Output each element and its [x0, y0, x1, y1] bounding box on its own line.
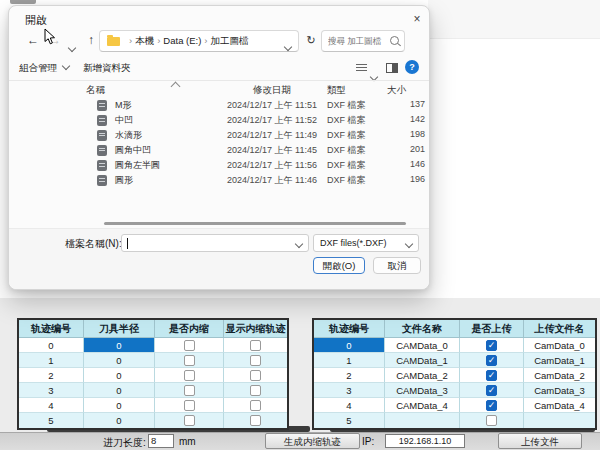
organize-menu[interactable]: 組合管理 [19, 60, 69, 76]
column-header-track-id[interactable]: 轨迹编号 [19, 320, 84, 338]
show-track-checkbox[interactable] [250, 355, 261, 366]
cell-upload-name[interactable] [524, 413, 595, 428]
view-mode-icon[interactable] [356, 64, 367, 73]
cell-file-name[interactable]: CAMData_3 [385, 383, 460, 398]
cell-file-name[interactable]: CAMData_0 [385, 338, 460, 353]
table-row: 2 0 [19, 368, 287, 383]
breadcrumb-chevron-icon[interactable] [285, 37, 291, 57]
show-track-checkbox[interactable] [250, 340, 261, 351]
cell-track-id[interactable]: 1 [19, 353, 84, 368]
cell-tool-radius[interactable]: 0 [84, 368, 155, 383]
shrink-checkbox[interactable] [184, 340, 195, 351]
cell-upload-name[interactable]: CamData_4 [524, 398, 595, 413]
breadcrumb-item-folder[interactable]: 加工圖檔 [211, 35, 249, 46]
cell-file-name[interactable]: CAMData_2 [385, 368, 460, 383]
breadcrumb-item-drive[interactable]: Data (E:) [163, 35, 201, 46]
file-row[interactable]: 圓形 2024/12/17 上午 11:46 DXF 檔案 196 [69, 173, 425, 188]
cell-track-id[interactable]: 2 [314, 368, 385, 383]
upload-checkbox[interactable] [486, 385, 497, 396]
cell-track-id[interactable]: 3 [19, 383, 84, 398]
breadcrumb-item-this-pc[interactable]: 本機 [135, 35, 154, 46]
file-size: 201 [385, 144, 425, 154]
file-row[interactable]: 圓角左半圓 2024/12/17 上午 11:56 DXF 檔案 146 [69, 158, 425, 173]
cell-shrink [155, 398, 224, 413]
search-input[interactable] [326, 33, 388, 49]
shrink-checkbox[interactable] [184, 400, 195, 411]
show-track-checkbox[interactable] [250, 415, 261, 426]
upload-checkbox[interactable] [486, 370, 497, 381]
cell-track-id[interactable]: 0 [314, 338, 385, 353]
close-icon[interactable]: × [407, 10, 427, 28]
breadcrumb-separator: › [154, 35, 163, 46]
feed-length-input[interactable]: 8 [148, 434, 174, 448]
horizontal-scrollbar[interactable] [104, 222, 406, 225]
generate-track-button[interactable]: 生成内缩轨迹 [265, 433, 360, 449]
cell-file-name[interactable]: CAMData_4 [385, 398, 460, 413]
file-row[interactable]: 水滴形 2024/12/17 上午 11:49 DXF 檔案 198 [69, 128, 425, 143]
shrink-checkbox[interactable] [184, 355, 195, 366]
breadcrumb[interactable]: ›本機›Data (E:)›加工圖檔 [99, 30, 299, 52]
up-button[interactable]: ↑ [83, 32, 99, 48]
shrink-checkbox[interactable] [184, 370, 195, 381]
cell-track-id[interactable]: 5 [19, 413, 84, 428]
refresh-icon[interactable]: ↻ [303, 32, 319, 48]
column-header-date[interactable]: 修改日期 [253, 84, 291, 97]
cancel-button[interactable]: 取消 [373, 257, 421, 274]
text-caret [127, 238, 128, 249]
show-track-checkbox[interactable] [250, 370, 261, 381]
recent-locations-chevron-icon[interactable] [69, 37, 75, 55]
cell-track-id[interactable]: 4 [314, 398, 385, 413]
preview-pane-icon[interactable] [386, 63, 398, 73]
shrink-checkbox[interactable] [184, 385, 195, 396]
column-header-file-name[interactable]: 文件名称 [385, 320, 460, 338]
cell-upload-name[interactable]: CamData_0 [524, 338, 595, 353]
cell-tool-radius[interactable]: 0 [84, 383, 155, 398]
shrink-checkbox[interactable] [184, 415, 195, 426]
cell-tool-radius[interactable]: 0 [84, 413, 155, 428]
column-header-name[interactable]: 名稱 [86, 84, 105, 97]
column-header-type[interactable]: 類型 [327, 84, 346, 97]
show-track-checkbox[interactable] [250, 400, 261, 411]
ip-input[interactable]: 192.168.1.10 [385, 434, 465, 448]
file-row[interactable]: M形 2024/12/17 上午 11:51 DXF 檔案 137 [69, 98, 425, 113]
back-button[interactable]: ← [25, 32, 41, 48]
file-row[interactable]: 中凹 2024/12/17 上午 11:52 DXF 檔案 142 [69, 113, 425, 128]
show-track-checkbox[interactable] [250, 385, 261, 396]
cell-track-id[interactable]: 4 [19, 398, 84, 413]
column-header-upload[interactable]: 是否上传 [460, 320, 524, 338]
open-button[interactable]: 開啟(O) [313, 257, 365, 274]
file-row[interactable]: 圓角中凹 2024/12/17 上午 11:45 DXF 檔案 201 [69, 143, 425, 158]
upload-checkbox[interactable] [486, 415, 497, 426]
cell-track-id[interactable]: 0 [19, 338, 84, 353]
cell-track-id[interactable]: 5 [314, 413, 385, 428]
cell-tool-radius[interactable]: 0 [84, 398, 155, 413]
column-header-upload-name[interactable]: 上传文件名 [524, 320, 595, 338]
upload-checkbox[interactable] [486, 340, 497, 351]
file-date: 2024/12/17 上午 11:45 [227, 144, 317, 157]
filename-chevron-icon[interactable] [295, 240, 303, 248]
cell-file-name[interactable]: CAMData_1 [385, 353, 460, 368]
column-header-show-track[interactable]: 显示内缩轨迹 [224, 320, 287, 338]
view-mode-chevron-icon[interactable] [371, 66, 377, 84]
column-header-tool-radius[interactable]: 刀具半径 [84, 320, 155, 338]
filetype-select[interactable]: DXF files(*.DXF) [313, 234, 419, 252]
cell-upload-name[interactable]: CamData_1 [524, 353, 595, 368]
column-header-track-id[interactable]: 轨迹编号 [314, 320, 385, 338]
column-header-size[interactable]: 大小 [387, 84, 406, 97]
cell-track-id[interactable]: 3 [314, 383, 385, 398]
help-icon[interactable]: ? [405, 60, 419, 74]
cell-tool-radius[interactable]: 0 [84, 353, 155, 368]
cell-track-id[interactable]: 1 [314, 353, 385, 368]
column-header-shrink[interactable]: 是否内缩 [155, 320, 224, 338]
upload-checkbox[interactable] [486, 400, 497, 411]
cell-upload [460, 368, 524, 383]
cell-track-id[interactable]: 2 [19, 368, 84, 383]
cell-upload-name[interactable]: CamData_2 [524, 368, 595, 383]
filename-input[interactable] [121, 234, 309, 252]
cell-upload-name[interactable]: CamData_3 [524, 383, 595, 398]
new-folder-button[interactable]: 新增資料夾 [83, 60, 131, 76]
cell-tool-radius[interactable]: 0 [84, 338, 155, 353]
upload-checkbox[interactable] [486, 355, 497, 366]
upload-file-button[interactable]: 上传文件 [498, 433, 582, 449]
cell-file-name[interactable] [385, 413, 460, 428]
